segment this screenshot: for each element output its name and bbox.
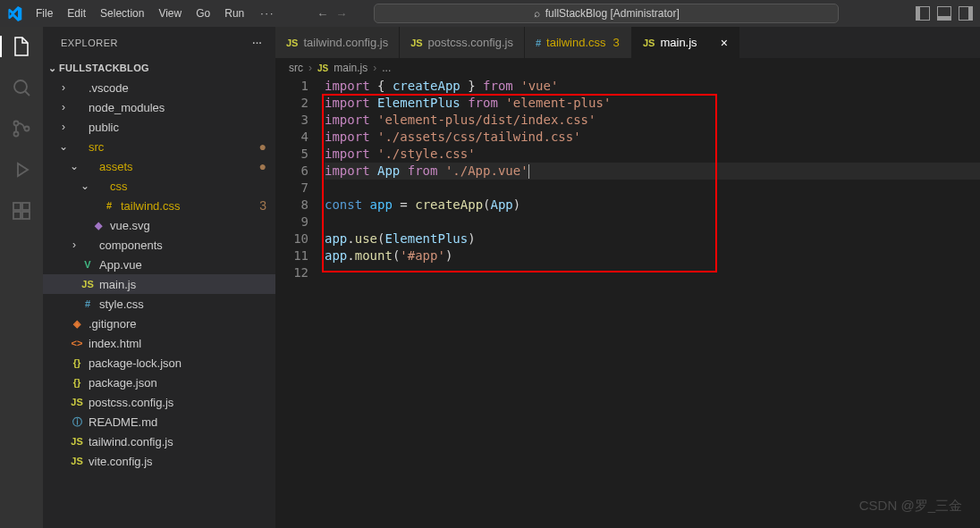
line-gutter: 123456789101112 (275, 78, 325, 528)
menu-view[interactable]: View (152, 4, 188, 23)
js-icon: JS (317, 63, 328, 73)
layout-controls (916, 6, 973, 21)
tree-item[interactable]: VApp.vue (43, 255, 275, 274)
svg-rect-5 (13, 212, 21, 219)
tree-item[interactable]: JSmain.js (43, 274, 275, 294)
tree-item[interactable]: ›public (43, 117, 275, 137)
tree-item[interactable]: ⓘREADME.md (43, 412, 275, 432)
sidebar-title: EXPLORER (61, 38, 118, 48)
code-editor[interactable]: 123456789101112 import { createApp } fro… (275, 78, 980, 528)
tree-item[interactable]: ◆vue.svg (43, 215, 275, 235)
layout-bottom-icon[interactable] (937, 6, 951, 21)
tree-item[interactable]: ›node_modules (43, 97, 275, 117)
tree-item[interactable]: ⌄assets● (43, 156, 275, 176)
editor-tab[interactable]: JSmain.js× (632, 27, 739, 58)
tree-item[interactable]: <>index.html (43, 333, 275, 353)
tree-item[interactable]: ⌄src● (43, 137, 275, 156)
bc-part: src (289, 62, 303, 74)
vscode-logo-icon (7, 6, 22, 21)
tree-item[interactable]: {}package-lock.json (43, 353, 275, 373)
chevron-down-icon: ⌄ (46, 63, 59, 74)
tree-item[interactable]: #tailwind.css3 (43, 196, 275, 215)
tree-item[interactable]: JSpostcss.config.js (43, 392, 275, 412)
debug-activity-icon[interactable] (11, 159, 32, 180)
command-center[interactable]: ⌕ fullStackBlog [Administrator] (374, 4, 839, 23)
titlebar: FileEditSelectionViewGoRun··· ← → ⌕ full… (0, 0, 980, 27)
menu-bar: FileEditSelectionViewGoRun··· (30, 4, 281, 23)
explorer-activity-icon[interactable] (11, 36, 32, 57)
bc-part: main.js (334, 62, 368, 74)
tree-item[interactable]: JStailwind.config.js (43, 432, 275, 451)
project-name: FULLSTACKBLOG (59, 63, 149, 73)
editor-area: JStailwind.config.jsJSpostcss.config.js#… (275, 27, 980, 528)
tree-item[interactable]: JSvite.config.js (43, 451, 275, 471)
extensions-activity-icon[interactable] (11, 200, 32, 222)
menu-edit[interactable]: Edit (61, 4, 92, 23)
menu-file[interactable]: File (30, 4, 59, 23)
search-activity-icon[interactable] (11, 77, 32, 98)
menu-go[interactable]: Go (190, 4, 216, 23)
layout-right-icon[interactable] (959, 6, 973, 21)
chevron-right-icon: › (373, 62, 376, 74)
svg-rect-7 (22, 203, 30, 210)
tree-item[interactable]: ⌄css (43, 176, 275, 196)
svg-rect-6 (22, 212, 30, 219)
nav-back-button[interactable]: ← (317, 7, 328, 21)
layout-left-icon[interactable] (916, 6, 930, 21)
tree-item[interactable]: #style.css (43, 294, 275, 314)
tree-item[interactable]: ›.vscode (43, 78, 275, 97)
svg-point-2 (14, 132, 19, 137)
tree-item[interactable]: {}package.json (43, 373, 275, 392)
chevron-right-icon: › (308, 62, 312, 74)
svg-point-1 (14, 122, 19, 126)
close-tab-icon[interactable]: × (714, 36, 728, 50)
editor-tab[interactable]: JStailwind.config.js (275, 27, 400, 58)
activity-bar (0, 27, 43, 528)
sidebar-more-button[interactable]: ··· (252, 38, 262, 48)
explorer-sidebar: EXPLORER ··· ⌄ FULLSTACKBLOG ›.vscode›no… (43, 27, 275, 528)
search-icon: ⌕ (534, 7, 540, 20)
command-center-text: fullStackBlog [Administrator] (545, 7, 680, 20)
tree-item[interactable]: ◈.gitignore (43, 314, 275, 333)
editor-tab[interactable]: JSpostcss.config.js (400, 27, 525, 58)
breadcrumb[interactable]: src › JS main.js › ... (275, 58, 980, 78)
menu-more[interactable]: ··· (254, 4, 281, 23)
file-tree: ›.vscode›node_modules›public⌄src●⌄assets… (43, 78, 275, 528)
nav-forward-button[interactable]: → (335, 7, 347, 21)
scm-activity-icon[interactable] (11, 118, 32, 139)
menu-run[interactable]: Run (218, 4, 250, 23)
bc-part: ... (382, 62, 391, 74)
svg-point-3 (25, 127, 30, 131)
code-content[interactable]: import { createApp } from 'vue'import El… (325, 78, 980, 528)
svg-rect-4 (13, 203, 21, 210)
tree-item[interactable]: ›components (43, 235, 275, 255)
svg-point-0 (14, 80, 27, 93)
editor-tabs: JStailwind.config.jsJSpostcss.config.js#… (275, 27, 980, 58)
project-root[interactable]: ⌄ FULLSTACKBLOG (43, 58, 275, 78)
editor-tab[interactable]: #tailwind.css3 (525, 27, 632, 58)
menu-selection[interactable]: Selection (94, 4, 150, 23)
sidebar-header: EXPLORER ··· (43, 27, 275, 58)
